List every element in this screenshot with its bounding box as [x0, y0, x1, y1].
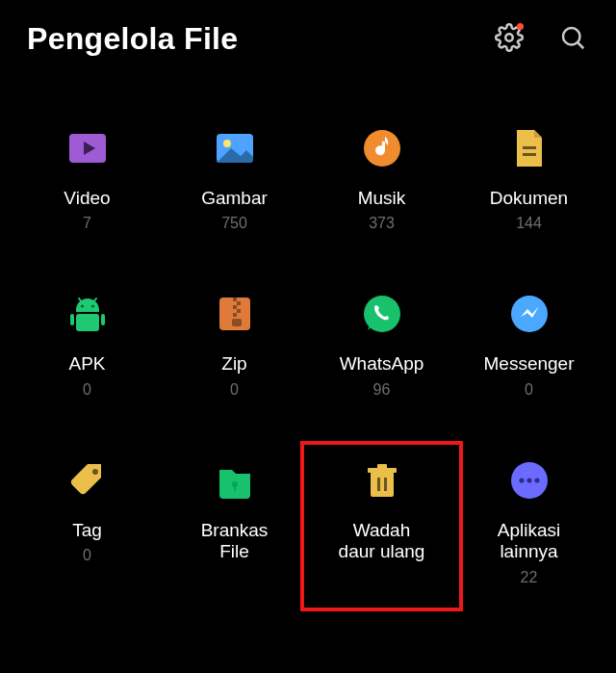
category-dokumen[interactable]: Dokumen144	[459, 122, 599, 232]
svg-rect-27	[234, 485, 236, 491]
lock-icon	[211, 456, 259, 505]
category-label: Brankas File	[201, 520, 269, 563]
category-count: 144	[516, 215, 542, 232]
svg-rect-14	[70, 314, 74, 325]
category-count: 7	[83, 215, 91, 232]
play-icon	[64, 124, 112, 172]
category-gambar[interactable]: Gambar750	[165, 122, 304, 232]
category-label: Gambar	[201, 188, 268, 209]
category-count: 750	[221, 215, 247, 232]
svg-point-36	[534, 478, 539, 482]
android-icon	[64, 290, 112, 338]
category-count: 96	[373, 381, 391, 399]
category-count: 0	[525, 381, 533, 399]
svg-line-12	[93, 298, 96, 302]
image-icon	[211, 124, 259, 172]
svg-point-0	[505, 34, 513, 41]
page-title: Pengelola File	[27, 21, 238, 57]
search-icon	[558, 23, 587, 56]
svg-rect-31	[377, 478, 380, 491]
music-icon	[358, 124, 406, 172]
category-label: APK	[68, 353, 105, 375]
svg-rect-32	[384, 478, 387, 491]
svg-line-2	[578, 42, 583, 48]
svg-point-35	[526, 478, 531, 482]
svg-point-34	[519, 478, 524, 482]
category-grid: Video7Gambar750Musik373Dokumen144APK0Zip…	[0, 65, 616, 596]
category-apk[interactable]: APK0	[17, 288, 157, 398]
category-recycle[interactable]: Wadah daur ulang	[312, 454, 451, 586]
svg-rect-19	[233, 305, 237, 309]
svg-rect-13	[76, 314, 99, 331]
svg-rect-21	[233, 313, 237, 317]
category-count: 0	[83, 381, 91, 399]
svg-point-1	[563, 28, 580, 45]
tag-icon	[64, 456, 112, 505]
category-lainnya[interactable]: Aplikasi lainnya22	[459, 454, 599, 586]
category-whatsapp[interactable]: WhatsApp96	[312, 288, 451, 398]
svg-rect-8	[523, 153, 536, 156]
messenger-icon	[505, 290, 553, 338]
svg-point-10	[90, 305, 93, 308]
svg-line-11	[79, 298, 82, 302]
category-label: Aplikasi lainnya	[498, 520, 560, 563]
notification-dot-icon	[517, 23, 524, 30]
svg-rect-30	[377, 464, 387, 469]
category-label: Musik	[358, 188, 406, 209]
category-label: Dokumen	[490, 188, 568, 209]
svg-point-25	[92, 469, 98, 475]
category-label: Tag	[72, 520, 102, 541]
category-count: 0	[230, 381, 239, 399]
category-count: 373	[369, 215, 395, 232]
zip-icon	[211, 290, 259, 338]
settings-button[interactable]	[493, 23, 526, 56]
svg-rect-28	[371, 472, 394, 497]
category-video[interactable]: Video7	[17, 122, 157, 232]
svg-point-9	[80, 305, 83, 308]
svg-rect-18	[237, 301, 241, 305]
category-label: Wadah daur ulang	[339, 520, 425, 563]
app-header: Pengelola File	[0, 0, 616, 65]
svg-rect-17	[233, 298, 237, 301]
svg-point-5	[223, 140, 231, 147]
doc-icon	[505, 124, 553, 172]
header-buttons	[493, 23, 589, 56]
category-musik[interactable]: Musik373	[312, 122, 451, 232]
category-count: 22	[521, 569, 538, 586]
category-label: Messenger	[484, 353, 575, 375]
svg-rect-22	[232, 319, 242, 326]
category-tag[interactable]: Tag0	[17, 454, 157, 586]
category-zip[interactable]: Zip0	[165, 288, 304, 398]
category-messenger[interactable]: Messenger0	[459, 288, 599, 398]
svg-rect-7	[523, 146, 536, 149]
category-label: WhatsApp	[340, 353, 424, 375]
category-label: Video	[64, 188, 110, 209]
svg-rect-15	[101, 314, 105, 325]
search-button[interactable]	[556, 23, 589, 56]
svg-rect-20	[237, 309, 241, 313]
whatsapp-icon	[358, 290, 406, 338]
trash-icon	[358, 456, 406, 505]
category-label: Zip	[221, 353, 246, 375]
category-count: 0	[83, 547, 91, 564]
more-icon	[505, 456, 553, 505]
category-brankas[interactable]: Brankas File	[165, 454, 304, 586]
